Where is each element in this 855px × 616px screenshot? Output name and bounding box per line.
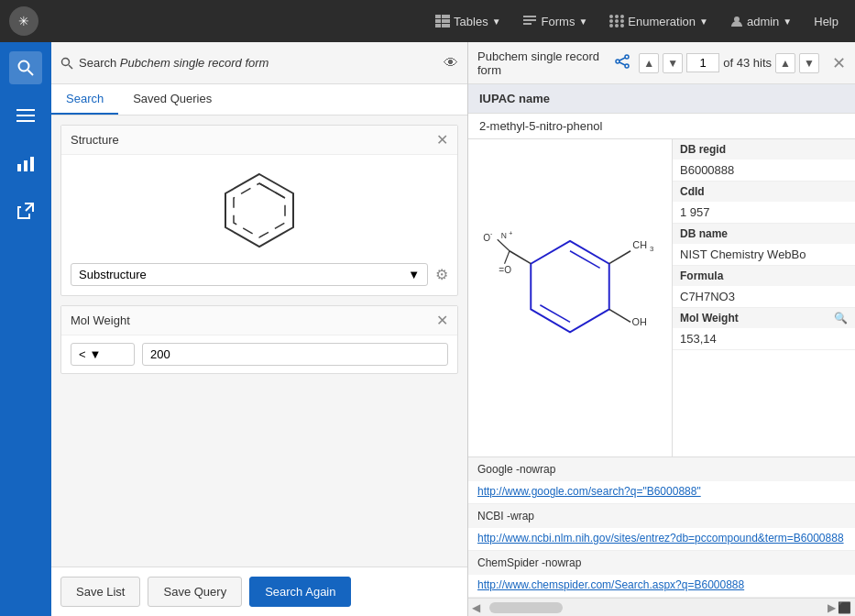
nav-collapse-icon[interactable]: ▼	[799, 53, 819, 73]
google-link-row: Google -nowrap http://www.google.com/sea…	[468, 457, 855, 504]
svg-rect-26	[30, 157, 34, 171]
hits-text: of 43 hits	[723, 56, 772, 70]
substructure-caret: ▼	[408, 268, 420, 281]
structure-filter-header: Structure ✕	[61, 126, 457, 155]
mol-op-caret: ▼	[90, 347, 102, 361]
nav-prev-icon[interactable]: ▲	[639, 53, 659, 73]
scroll-left-icon[interactable]: ◀	[472, 601, 480, 614]
nav-expand-icon[interactable]: ▲	[775, 53, 795, 73]
cdid-label: CdId	[673, 182, 855, 202]
gear-icon[interactable]: ⚙	[435, 266, 448, 283]
svg-point-17	[620, 24, 624, 28]
mol-value-input[interactable]	[142, 343, 448, 366]
table-row: DB name NIST Chemistry WebBo	[673, 224, 855, 266]
tab-saved-queries[interactable]: Saved Queries	[118, 84, 226, 115]
svg-marker-30	[225, 174, 293, 247]
admin-menu[interactable]: admin ▼	[723, 11, 799, 32]
google-link-header: Google -nowrap	[468, 457, 855, 481]
share-icon[interactable]	[615, 54, 630, 72]
data-table: DB regid B6000888 CdId 1 957 DB name	[672, 139, 855, 456]
tables-menu[interactable]: Tables ▼	[428, 11, 508, 32]
google-link-url[interactable]: http://www.google.com/search?q="B6000888…	[468, 481, 855, 503]
bottom-scrollbar[interactable]: ◀ ▶ ⬛	[468, 598, 855, 616]
mol-op-select[interactable]: < ▼	[71, 343, 135, 366]
svg-point-34	[625, 55, 629, 59]
chemspider-link-header: ChemSpider -nowrap	[468, 551, 855, 575]
cdid-value: 1 957	[673, 202, 855, 223]
admin-caret: ▼	[783, 16, 792, 27]
svg-line-37	[619, 58, 625, 60]
page-number-input[interactable]	[686, 53, 719, 72]
molecule-area: CH 3 OH O - =O N	[468, 139, 672, 456]
svg-point-10	[615, 15, 619, 18]
ncbi-link-header: NCBI -wrap	[468, 504, 855, 528]
molweight-close-icon[interactable]: ✕	[436, 312, 448, 329]
topnav: ✳ Tables ▼ Forms ▼	[0, 0, 855, 42]
search-again-button[interactable]: Search Again	[249, 577, 351, 607]
svg-line-38	[619, 62, 625, 65]
svg-rect-8	[523, 23, 532, 25]
scroll-right-icon[interactable]: ▶	[828, 601, 836, 614]
svg-line-52	[498, 239, 510, 250]
search-content: Structure ✕	[51, 116, 467, 566]
svg-point-9	[609, 15, 613, 18]
structure-close-icon[interactable]: ✕	[436, 131, 448, 148]
chemspider-link-row: ChemSpider -nowrap http://www.chemspider…	[468, 551, 855, 598]
svg-line-47	[609, 309, 630, 322]
svg-rect-25	[24, 160, 27, 171]
help-link[interactable]: Help	[806, 11, 846, 32]
molecule-svg: CH 3 OH O - =O N	[477, 197, 663, 399]
forms-menu[interactable]: Forms ▼	[516, 11, 596, 32]
app-logo[interactable]: ✳	[9, 6, 38, 36]
sidebar-search-icon[interactable]	[9, 51, 42, 84]
substructure-select[interactable]: Substructure ▼	[71, 263, 428, 286]
svg-point-13	[615, 19, 619, 23]
svg-rect-5	[442, 24, 450, 28]
eye-icon[interactable]: 👁	[444, 55, 458, 72]
svg-rect-6	[523, 16, 536, 17]
svg-point-15	[609, 24, 613, 28]
svg-text:O: O	[483, 233, 490, 243]
table-row: Mol Weight 🔍 153,14	[673, 308, 855, 350]
search-panel-header: Search Pubchem single record form 👁	[51, 42, 467, 84]
enumeration-menu[interactable]: Enumeration ▼	[602, 11, 716, 32]
links-section: Google -nowrap http://www.google.com/sea…	[468, 456, 855, 598]
search-panel-label: Search Pubchem single record form	[79, 56, 269, 70]
svg-text:+: +	[509, 230, 512, 236]
scroll-corner-icon[interactable]: ⬛	[838, 601, 851, 614]
svg-line-44	[609, 251, 630, 264]
sidebar-chart-icon[interactable]	[9, 147, 42, 180]
tables-icon	[435, 15, 450, 28]
svg-text:=O: =O	[499, 265, 511, 275]
sidebar-export-icon[interactable]	[9, 194, 42, 227]
scroll-thumb[interactable]	[489, 602, 563, 613]
molweight-search-icon[interactable]: 🔍	[834, 312, 848, 324]
svg-line-40	[570, 251, 600, 269]
admin-icon	[730, 15, 743, 28]
nav-next-icon[interactable]: ▼	[663, 53, 683, 73]
structure-body: Substructure ▼ ⚙	[61, 155, 457, 295]
ncbi-link-url[interactable]: http://www.ncbi.nlm.nih.gov/sites/entrez…	[468, 528, 855, 550]
molweight-title: Mol Weight	[71, 314, 436, 327]
results-panel: Pubchem single record form ▲ ▼ of 43 hit…	[468, 42, 855, 616]
svg-marker-39	[531, 241, 608, 332]
svg-line-42	[540, 305, 570, 323]
search-buttons: Save List Save Query Search Again	[51, 566, 467, 616]
save-query-button[interactable]: Save Query	[148, 577, 242, 607]
save-list-button[interactable]: Save List	[60, 577, 140, 607]
db-regid-value: B6000888	[673, 160, 855, 181]
search-tabs: Search Saved Queries	[51, 84, 467, 116]
close-icon[interactable]: ✕	[832, 53, 846, 73]
svg-point-35	[616, 60, 619, 63]
structure-title: Structure	[71, 133, 436, 147]
svg-line-53	[505, 251, 510, 264]
svg-point-19	[19, 61, 29, 72]
sidebar-menu-icon[interactable]	[9, 99, 42, 132]
chemspider-link-url[interactable]: http://www.chemspider.com/Search.aspx?q=…	[468, 575, 855, 597]
tab-search[interactable]: Search	[51, 84, 118, 115]
table-row: CdId 1 957	[673, 182, 855, 224]
db-regid-label: DB regid	[673, 139, 855, 160]
svg-text:OH: OH	[632, 316, 647, 327]
search-panel: Search Pubchem single record form 👁 Sear…	[51, 42, 468, 616]
molweight-filter: Mol Weight ✕ < ▼	[60, 305, 458, 374]
